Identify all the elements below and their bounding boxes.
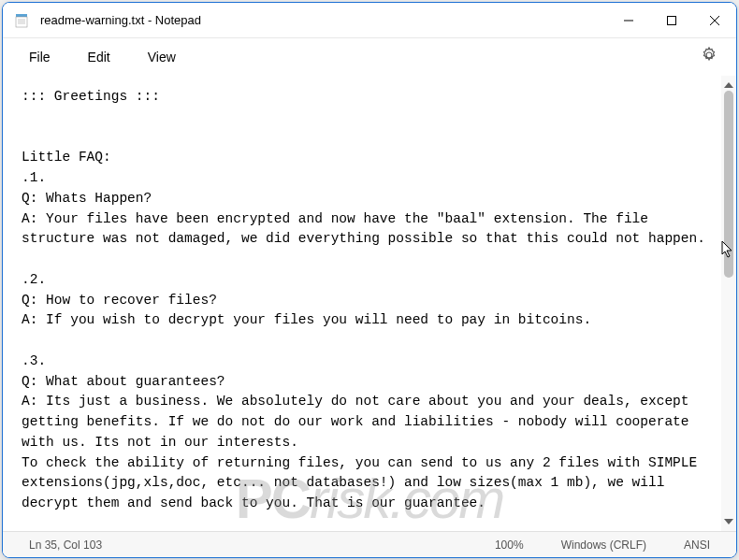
- notepad-window: readme-warning.txt - Notepad File Edit V…: [2, 2, 737, 558]
- text-editor[interactable]: ::: Greetings ::: Little FAQ: .1. Q: Wha…: [3, 76, 721, 531]
- minimize-button[interactable]: [607, 3, 650, 37]
- menu-view[interactable]: View: [129, 44, 195, 70]
- status-position: Ln 35, Col 103: [10, 538, 121, 552]
- scroll-thumb[interactable]: [724, 91, 733, 278]
- status-lineending: Windows (CRLF): [543, 538, 665, 552]
- titlebar: readme-warning.txt - Notepad: [3, 3, 736, 38]
- vertical-scrollbar[interactable]: [721, 76, 736, 531]
- svg-rect-0: [16, 14, 27, 17]
- window-controls: [607, 3, 736, 37]
- status-encoding: ANSI: [665, 538, 729, 552]
- scroll-track[interactable]: [721, 91, 736, 516]
- maximize-button[interactable]: [650, 3, 693, 37]
- window-title: readme-warning.txt - Notepad: [40, 13, 607, 27]
- content-area: ::: Greetings ::: Little FAQ: .1. Q: Wha…: [3, 76, 736, 531]
- svg-rect-6: [668, 16, 676, 24]
- close-button[interactable]: [693, 3, 736, 37]
- settings-button[interactable]: [689, 41, 729, 73]
- gear-icon: [701, 47, 717, 64]
- status-zoom: 100%: [476, 538, 543, 552]
- menu-file[interactable]: File: [10, 44, 69, 70]
- scroll-up-arrow[interactable]: [723, 79, 734, 91]
- statusbar: Ln 35, Col 103 100% Windows (CRLF) ANSI: [3, 531, 736, 557]
- menu-edit[interactable]: Edit: [69, 44, 129, 70]
- menubar: File Edit View: [3, 38, 736, 76]
- svg-rect-1: [16, 17, 27, 27]
- scroll-down-arrow[interactable]: [723, 516, 734, 527]
- notepad-icon: [14, 13, 29, 28]
